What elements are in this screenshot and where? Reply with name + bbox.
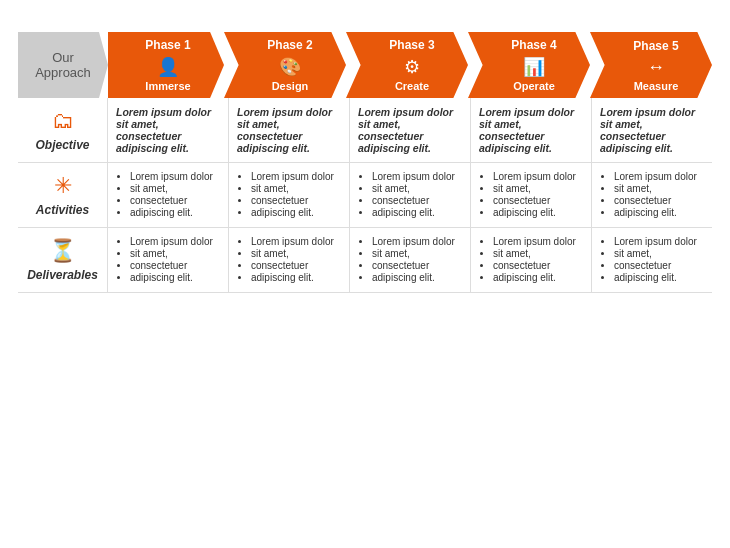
approach-label: OurApproach	[18, 32, 108, 98]
phase-icon-2: 🎨	[279, 56, 301, 78]
list-item: sit amet,	[493, 183, 583, 194]
list-item: sit amet,	[614, 248, 704, 259]
list-item: consectetuer	[493, 260, 583, 271]
phase-name-4: Operate	[513, 80, 555, 92]
phase-num-3: Phase 3	[389, 38, 434, 52]
row-cells-activities: Lorem ipsum dolorsit amet,consectetuerad…	[108, 163, 712, 228]
phase-icon-1: 👤	[157, 56, 179, 78]
phase-icon-4: 📊	[523, 56, 545, 78]
list-item: sit amet,	[372, 248, 462, 259]
list-item: adipiscing elit.	[614, 207, 704, 218]
phase-name-5: Measure	[634, 80, 679, 92]
cell-activities-3: Lorem ipsum dolorsit amet,consectetuerad…	[350, 163, 471, 228]
phase-1: Phase 1 👤 Immerse	[108, 32, 224, 98]
list-item: adipiscing elit.	[614, 272, 704, 283]
list-item: consectetuer	[251, 195, 341, 206]
phase-4: Phase 4 📊 Operate	[468, 32, 590, 98]
list-item: adipiscing elit.	[251, 272, 341, 283]
section-row-deliverables: ⏳ Deliverables Lorem ipsum dolorsit amet…	[18, 228, 712, 293]
phase-name-3: Create	[395, 80, 429, 92]
phase-num-2: Phase 2	[267, 38, 312, 52]
phase-icon-3: ⚙	[404, 56, 420, 78]
phase-num-4: Phase 4	[511, 38, 556, 52]
cell-objective-3: Lorem ipsum dolor sit amet, consectetuer…	[350, 98, 471, 163]
cell-deliverables-4: Lorem ipsum dolorsit amet,consectetuerad…	[471, 228, 592, 293]
cell-activities-2: Lorem ipsum dolorsit amet,consectetuerad…	[229, 163, 350, 228]
deliverables-label: Deliverables	[27, 268, 98, 282]
cell-activities-1: Lorem ipsum dolorsit amet,consectetuerad…	[108, 163, 229, 228]
cell-objective-4: Lorem ipsum dolor sit amet, consectetuer…	[471, 98, 592, 163]
deliverables-icon: ⏳	[49, 238, 76, 264]
list-item: Lorem ipsum dolor	[372, 171, 462, 182]
list-item: consectetuer	[614, 260, 704, 271]
phase-5: Phase 5 ↔ Measure	[590, 32, 712, 98]
list-item: Lorem ipsum dolor	[493, 171, 583, 182]
cell-activities-4: Lorem ipsum dolorsit amet,consectetuerad…	[471, 163, 592, 228]
list-item: sit amet,	[130, 183, 220, 194]
list-item: sit amet,	[372, 183, 462, 194]
list-item: adipiscing elit.	[493, 272, 583, 283]
phase-name-1: Immerse	[145, 80, 190, 92]
list-item: adipiscing elit.	[130, 272, 220, 283]
row-cells-objective: Lorem ipsum dolor sit amet, consectetuer…	[108, 98, 712, 163]
list-item: adipiscing elit.	[493, 207, 583, 218]
phase-2: Phase 2 🎨 Design	[224, 32, 346, 98]
row-label-deliverables: ⏳ Deliverables	[18, 228, 108, 293]
phase-name-2: Design	[272, 80, 309, 92]
section-row-objective: 🗂 Objective Lorem ipsum dolor sit amet, …	[18, 98, 712, 163]
cell-deliverables-1: Lorem ipsum dolorsit amet,consectetuerad…	[108, 228, 229, 293]
list-item: consectetuer	[372, 195, 462, 206]
objective-icon: 🗂	[52, 108, 74, 134]
list-item: Lorem ipsum dolor	[130, 171, 220, 182]
page: OurApproach Phase 1 👤 Immerse Phase 2 🎨 …	[0, 0, 730, 548]
list-item: Lorem ipsum dolor	[493, 236, 583, 247]
phase-3: Phase 3 ⚙ Create	[346, 32, 468, 98]
list-item: Lorem ipsum dolor	[372, 236, 462, 247]
list-item: consectetuer	[130, 195, 220, 206]
list-item: Lorem ipsum dolor	[614, 171, 704, 182]
objective-label: Objective	[35, 138, 89, 152]
list-item: Lorem ipsum dolor	[251, 236, 341, 247]
list-item: consectetuer	[130, 260, 220, 271]
list-item: sit amet,	[614, 183, 704, 194]
list-item: adipiscing elit.	[251, 207, 341, 218]
cell-activities-5: Lorem ipsum dolorsit amet,consectetuerad…	[592, 163, 712, 228]
row-label-objective: 🗂 Objective	[18, 98, 108, 163]
list-item: sit amet,	[493, 248, 583, 259]
list-item: adipiscing elit.	[130, 207, 220, 218]
cell-deliverables-5: Lorem ipsum dolorsit amet,consectetuerad…	[592, 228, 712, 293]
phase-icon-5: ↔	[647, 57, 665, 78]
list-item: sit amet,	[251, 183, 341, 194]
row-label-activities: ✳ Activities	[18, 163, 108, 228]
activities-label: Activities	[36, 203, 89, 217]
phase-section: OurApproach Phase 1 👤 Immerse Phase 2 🎨 …	[18, 32, 712, 98]
phase-num-5: Phase 5	[633, 39, 678, 53]
list-item: Lorem ipsum dolor	[130, 236, 220, 247]
activities-icon: ✳	[54, 173, 72, 199]
section-row-activities: ✳ Activities Lorem ipsum dolorsit amet,c…	[18, 163, 712, 228]
cell-deliverables-2: Lorem ipsum dolorsit amet,consectetuerad…	[229, 228, 350, 293]
cell-objective-2: Lorem ipsum dolor sit amet, consectetuer…	[229, 98, 350, 163]
list-item: consectetuer	[372, 260, 462, 271]
cell-deliverables-3: Lorem ipsum dolorsit amet,consectetuerad…	[350, 228, 471, 293]
phase-num-1: Phase 1	[145, 38, 190, 52]
list-item: sit amet,	[130, 248, 220, 259]
row-cells-deliverables: Lorem ipsum dolorsit amet,consectetuerad…	[108, 228, 712, 293]
list-item: consectetuer	[493, 195, 583, 206]
content-rows: 🗂 Objective Lorem ipsum dolor sit amet, …	[18, 98, 712, 293]
list-item: sit amet,	[251, 248, 341, 259]
list-item: Lorem ipsum dolor	[614, 236, 704, 247]
list-item: consectetuer	[251, 260, 341, 271]
list-item: adipiscing elit.	[372, 272, 462, 283]
phases-row: Phase 1 👤 Immerse Phase 2 🎨 Design Phase…	[108, 32, 712, 98]
list-item: consectetuer	[614, 195, 704, 206]
cell-objective-1: Lorem ipsum dolor sit amet, consectetuer…	[108, 98, 229, 163]
list-item: Lorem ipsum dolor	[251, 171, 341, 182]
cell-objective-5: Lorem ipsum dolor sit amet, consectetuer…	[592, 98, 712, 163]
list-item: adipiscing elit.	[372, 207, 462, 218]
